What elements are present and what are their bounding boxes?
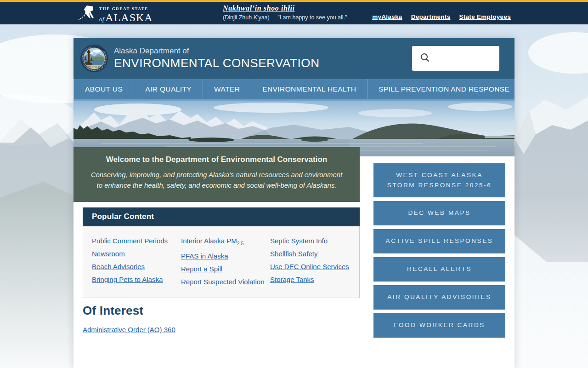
popular-link[interactable]: Beach Advisories [92, 263, 145, 270]
sidebar-button[interactable]: DEC WEB MAPS [373, 201, 505, 225]
state-of-alaska-logo[interactable]: The Great State of ALASKA [78, 4, 153, 23]
popular-link[interactable]: Shellfish Safety [270, 250, 317, 258]
popular-column-1: Public Comment PeriodsNewsroomBeach Advi… [92, 237, 181, 291]
nav-item[interactable]: WATER [203, 79, 251, 99]
popular-link[interactable]: PFAS in Alaska [181, 252, 228, 260]
welcome-banner: Welcome to the Department of Environment… [74, 147, 360, 202]
dec-header: STATE OF ALASKA DEPARTMENT OF ENVIRONMEN… [74, 38, 514, 79]
nav-item[interactable]: SPILL PREVENTION AND RESPONSE [367, 79, 520, 99]
dec-seal-icon: STATE OF ALASKA DEPARTMENT OF ENVIRONMEN… [80, 45, 108, 72]
welcome-title: Welcome to the Department of Environment… [87, 155, 346, 164]
popular-column-2: Interior Alaska PM2.5PFAS in AlaskaRepor… [181, 237, 270, 291]
welcome-tagline-line1: Conserving, improving, and protecting Al… [87, 169, 346, 180]
sidebar-button[interactable]: ACTIVE SPILL RESPONSES [373, 229, 505, 253]
statewide-link[interactable]: myAlaska [372, 13, 402, 20]
native-greeting-link[interactable]: Nakhwal’in shoo ihłii [223, 4, 295, 12]
state-logo-name: ALASKA [105, 12, 153, 23]
greeting-language: (Dinjii Zhuh K'yaa) [223, 14, 270, 21]
of-interest-link[interactable]: Administrative Order (AO) 360 [83, 326, 175, 334]
nav-item[interactable]: ABOUT US [74, 79, 134, 99]
main-navigation: ABOUT USAIR QUALITYWATERENVIRONMENTAL HE… [74, 79, 514, 99]
sidebar-button[interactable]: WEST COAST ALASKA STORM RESPONSE 2025-6 [373, 163, 505, 197]
state-logo-of: of [99, 17, 104, 22]
search-input[interactable] [430, 46, 531, 71]
nav-item[interactable]: ENVIRONMENTAL HEALTH [251, 79, 367, 99]
native-greeting: Nakhwal’in shoo ihłii (Dinjii Zhuh K'yaa… [223, 4, 347, 21]
popular-link[interactable]: Report a Spill [181, 265, 222, 273]
main-content: Welcome to the Department of Environment… [74, 156, 514, 368]
agency-prefix: Alaska Department of [114, 46, 320, 56]
popular-link[interactable]: Use DEC Online Services [270, 263, 349, 270]
nav-item[interactable]: AIR QUALITY [134, 79, 203, 99]
quick-links-sidebar: WEST COAST ALASKA STORM RESPONSE 2025-6D… [373, 156, 505, 341]
sidebar-button[interactable]: RECALL ALERTS [373, 257, 505, 282]
popular-content-panel: Popular Content Public Comment PeriodsNe… [83, 207, 360, 298]
of-interest-title: Of Interest [83, 304, 360, 318]
popular-link[interactable]: Septic System Info [270, 237, 328, 245]
page-title: ENVIRONMENTAL CONSERVATION [114, 56, 320, 70]
sidebar-button[interactable]: AIR QUALITY ADVISORIES [373, 285, 505, 310]
site-search [412, 46, 499, 71]
sidebar-button[interactable]: FOOD WORKER CARDS [373, 313, 505, 338]
search-icon[interactable] [420, 52, 430, 64]
state-top-bar: The Great State of ALASKA Nakhwal’in sho… [0, 0, 588, 24]
statewide-link[interactable]: Departments [411, 13, 451, 20]
popular-link[interactable]: Public Comment Periods [92, 237, 168, 245]
popular-link[interactable]: Storage Tanks [270, 276, 314, 283]
popular-link[interactable]: Bringing Pets to Alaska [92, 276, 163, 283]
popular-link[interactable]: Interior Alaska PM2.5 [181, 237, 243, 245]
statewide-link[interactable]: State Employees [459, 13, 511, 20]
popular-column-3: Septic System InfoShellfish SafetyUse DE… [270, 237, 359, 291]
popular-content-title: Popular Content [83, 207, 360, 226]
state-logo-tagline: The Great State [99, 6, 148, 11]
popular-link[interactable]: Newsroom [92, 250, 125, 258]
of-interest-section: Of Interest Administrative Order (AO) 36… [83, 304, 360, 334]
alaska-state-shape-icon [78, 5, 97, 23]
greeting-translation: "I am happy to see you all." [277, 14, 347, 21]
welcome-tagline-line2: to enhance the health, safety, and econo… [87, 180, 346, 190]
popular-link[interactable]: Report Suspected Violation [181, 278, 265, 286]
statewide-links: myAlaskaDepartmentsState Employees [372, 13, 511, 20]
